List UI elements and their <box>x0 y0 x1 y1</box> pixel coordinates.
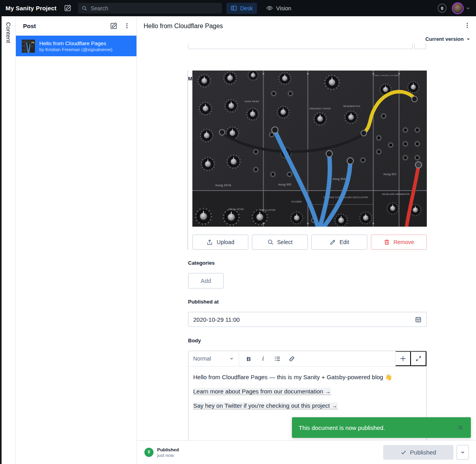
dots-vertical-icon <box>124 23 130 29</box>
dots-vertical-icon <box>464 22 470 29</box>
document-menu-button[interactable] <box>464 22 470 29</box>
body-link[interactable]: Say hey on Twitter if you're checking ou… <box>193 402 338 409</box>
edit-button[interactable]: Edit <box>311 235 367 250</box>
publish-time-text: just now <box>157 453 179 458</box>
publish-button[interactable]: Published <box>383 445 453 460</box>
toast-close-button[interactable] <box>457 424 464 431</box>
document-list-panel: Post <box>16 16 137 464</box>
field-change-bar <box>187 71 188 250</box>
add-category-button[interactable]: Add <box>188 273 224 288</box>
remove-button[interactable]: Remove <box>371 235 427 250</box>
user-menu-chevron[interactable] <box>466 6 470 11</box>
synth-label: OSCILLATOR <box>260 209 276 211</box>
content-pane-strip[interactable]: Content <box>2 16 16 464</box>
slug-field-partial[interactable] <box>188 44 413 49</box>
publish-status-text: Published <box>157 447 179 453</box>
published-at-label: Published at <box>188 299 219 305</box>
format-buttons: B i <box>239 351 301 366</box>
synth-label: FIXED CONTROL VOLTAGE <box>374 74 399 76</box>
upload-icon <box>206 239 213 246</box>
synth-label: moog 904A <box>332 178 347 181</box>
synth-label: HIGH PASS <box>245 100 259 103</box>
image-actions: Upload Select Edit Remove <box>192 235 427 250</box>
synth-label: VOLTAGE CONTROLLED OSCILLATOR <box>323 196 368 199</box>
chevron-down-icon <box>466 37 470 41</box>
body-link[interactable]: Learn more about Pages from our document… <box>193 388 331 395</box>
version-selector[interactable]: Current version <box>425 36 470 42</box>
create-post-button[interactable] <box>110 22 117 30</box>
published-status-icon <box>144 448 154 457</box>
list-item-title: Hello from Cloudflare Pages <box>39 40 112 47</box>
user-avatar[interactable] <box>452 2 464 14</box>
body-label: Body <box>188 338 201 344</box>
tab-desk-label: Desk <box>240 5 253 11</box>
tab-desk[interactable]: Desk <box>226 3 257 14</box>
toast-message: This document is now published. <box>299 424 385 431</box>
synth-label: moog 902 <box>384 173 396 176</box>
publish-menu-button[interactable] <box>457 445 469 460</box>
version-label: Current version <box>425 36 464 42</box>
body-paragraph: Say hey on Twitter if you're checking ou… <box>193 401 422 410</box>
search-input-wrap <box>78 3 222 13</box>
calendar-icon <box>415 316 422 323</box>
calendar-button[interactable] <box>415 316 422 323</box>
italic-button[interactable]: i <box>257 353 269 365</box>
body-paragraph: Hello from Cloudflare Pages — this is my… <box>193 373 422 381</box>
tab-vision-label: Vision <box>276 5 291 11</box>
slug-generate-button-partial[interactable] <box>414 44 426 49</box>
synth-label: REGENERATION <box>344 105 360 107</box>
editor-toolbar: Normal B i <box>188 351 426 367</box>
bullet-list-icon <box>274 355 281 362</box>
search-input[interactable] <box>90 5 218 11</box>
published-at-field <box>188 312 427 327</box>
synth-label: FREQUENCY RANGE <box>309 108 331 110</box>
list-title: Post <box>23 23 104 29</box>
main-image-preview[interactable]: HIGH PASS FREQUENCY RANGE REGENERATION F… <box>192 71 427 227</box>
body-content[interactable]: Hello from Cloudflare Pages — this is my… <box>188 367 426 422</box>
top-navbar: My Sanity Project Desk Vision 0 <box>0 0 476 16</box>
select-button[interactable]: Select <box>252 235 308 250</box>
eye-icon <box>266 5 273 11</box>
body-paragraph: Learn more about Pages from our document… <box>193 387 422 395</box>
desk-icon <box>231 5 237 11</box>
chevron-down-icon <box>229 356 234 361</box>
categories-label: Categories <box>188 260 215 266</box>
check-icon <box>401 449 407 455</box>
text-style-select[interactable]: Normal <box>188 351 239 366</box>
insert-block-button[interactable] <box>395 351 411 366</box>
fullscreen-button[interactable] <box>411 351 426 366</box>
notification-badge[interactable]: 0 <box>438 4 447 13</box>
upload-button[interactable]: Upload <box>192 235 248 250</box>
search-icon <box>267 239 274 245</box>
document-editor-panel: Hello from Cloudflare Pages Current vers… <box>137 16 476 464</box>
tab-vision[interactable]: Vision <box>262 3 296 14</box>
document-footer: Published just now Published <box>137 440 476 464</box>
new-document-button[interactable] <box>63 4 72 13</box>
bullet-list-button[interactable] <box>271 353 284 365</box>
project-title: My Sanity Project <box>6 5 56 11</box>
synth-label: moog 907A <box>215 184 231 187</box>
list-menu-button[interactable] <box>124 23 130 29</box>
search-icon <box>82 6 87 11</box>
published-at-input[interactable] <box>193 316 415 323</box>
content-strip-label: Content <box>5 22 12 43</box>
sanity-studio: My Sanity Project Desk Vision 0 Content … <box>0 0 476 464</box>
link-button[interactable] <box>285 353 298 365</box>
expand-icon <box>415 355 422 362</box>
chevron-down-icon <box>466 6 470 11</box>
bold-button[interactable]: B <box>242 353 255 365</box>
list-item-thumbnail <box>22 40 35 53</box>
synth-label: moog 995 <box>278 183 291 186</box>
trash-icon <box>384 239 390 245</box>
plus-icon <box>399 355 407 362</box>
list-item[interactable]: Hello from Cloudflare Pages by Kristian … <box>16 36 136 56</box>
compose-icon <box>110 22 117 30</box>
synth-label: ENVELOPE GENERATOR <box>382 193 410 195</box>
list-header: Post <box>16 16 136 36</box>
link-icon <box>288 355 295 362</box>
chevron-down-icon <box>460 450 465 455</box>
publish-toast: This document is now published. <box>292 417 471 438</box>
close-icon <box>457 424 464 431</box>
list-item-subtitle: by Kristian Freeman (@signalnerve) <box>39 47 112 52</box>
pencil-icon <box>330 239 336 245</box>
